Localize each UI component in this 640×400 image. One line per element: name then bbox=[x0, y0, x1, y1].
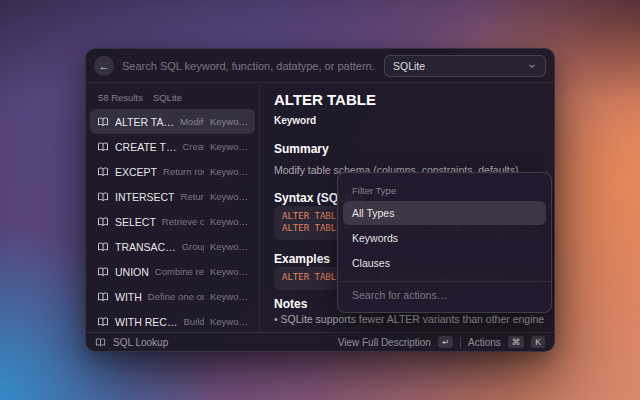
item-name: ALTER TA… bbox=[115, 116, 174, 128]
popup-item-label: Clauses bbox=[352, 257, 390, 269]
results-count: 58 Results bbox=[98, 92, 143, 103]
item-category: Keywo… bbox=[210, 141, 248, 152]
back-button[interactable]: ← bbox=[94, 56, 114, 76]
list-item[interactable]: WITH REC… Build rec… Keywo… bbox=[90, 309, 255, 332]
item-description: Build rec… bbox=[183, 316, 204, 327]
popup-item-label: All Types bbox=[352, 207, 394, 219]
item-category: Keywo… bbox=[210, 291, 248, 302]
chevron-down-icon bbox=[527, 61, 537, 71]
popup-item-keywords[interactable]: Keywords bbox=[343, 226, 546, 250]
k-key: K bbox=[531, 336, 545, 348]
enter-key: ↵ bbox=[438, 336, 453, 348]
list-item[interactable]: EXCEPT Return rows f… Keywo… bbox=[90, 159, 255, 184]
item-description: Modify ta… bbox=[180, 116, 204, 127]
list-item[interactable]: INTERSECT Return ro… Keywo… bbox=[90, 184, 255, 209]
cmd-key: ⌘ bbox=[508, 336, 525, 348]
book-icon bbox=[97, 191, 109, 203]
item-description: Define one or m… bbox=[148, 291, 204, 302]
popup-item-label: Keywords bbox=[352, 232, 398, 244]
list-item[interactable]: WITH Define one or m… Keywo… bbox=[90, 284, 255, 309]
list-item[interactable]: TRANSAC… Group st… Keywo… bbox=[90, 234, 255, 259]
book-icon bbox=[97, 241, 109, 253]
book-icon bbox=[97, 141, 109, 153]
database-select[interactable]: SQLite bbox=[384, 55, 546, 77]
book-icon bbox=[97, 316, 109, 328]
topbar: ← SQLite bbox=[86, 49, 554, 83]
actions-button[interactable]: Actions bbox=[468, 337, 501, 348]
list-item[interactable]: CREATE T… Create a… Keywo… bbox=[90, 134, 255, 159]
app-icon bbox=[95, 337, 106, 348]
database-select-value: SQLite bbox=[393, 60, 425, 72]
detail-title: ALTER TABLE bbox=[274, 91, 376, 108]
item-name: INTERSECT bbox=[115, 191, 175, 203]
item-category: Keywo… bbox=[210, 116, 248, 127]
popup-item-all-types[interactable]: All Types bbox=[343, 201, 546, 225]
book-icon bbox=[97, 216, 109, 228]
summary-heading: Summary bbox=[274, 142, 329, 156]
item-description: Return ro… bbox=[181, 191, 204, 202]
list-item[interactable]: ALTER TA… Modify ta… Keywo… bbox=[90, 109, 255, 134]
item-description: Group st… bbox=[182, 241, 204, 252]
back-arrow-icon: ← bbox=[99, 60, 110, 72]
list-item[interactable]: SELECT Retrieve colu… Keywo… bbox=[90, 209, 255, 234]
item-description: Retrieve colu… bbox=[162, 216, 204, 227]
results-scope: SQLite bbox=[153, 92, 182, 103]
notes-heading: Notes bbox=[274, 297, 307, 311]
results-header: 58 Results SQLite bbox=[86, 88, 259, 109]
item-category: Keywo… bbox=[210, 216, 248, 227]
sql-lookup-window: ← SQLite 58 Results SQLite ALTER TA… Mod… bbox=[85, 48, 555, 352]
item-name: UNION bbox=[115, 266, 149, 278]
examples-heading: Examples bbox=[274, 252, 330, 266]
item-name: SELECT bbox=[115, 216, 156, 228]
book-icon bbox=[97, 116, 109, 128]
item-name: CREATE T… bbox=[115, 141, 176, 153]
app-name: SQL Lookup bbox=[113, 337, 168, 348]
note-item: SQLite supports fewer ALTER variants tha… bbox=[274, 313, 544, 325]
results-panel: 58 Results SQLite ALTER TA… Modify ta… K… bbox=[86, 84, 260, 332]
item-name: WITH bbox=[115, 291, 142, 303]
search-input[interactable] bbox=[122, 60, 376, 72]
item-name: WITH REC… bbox=[115, 316, 177, 328]
item-category: Keywo… bbox=[210, 166, 248, 177]
item-description: Return rows f… bbox=[163, 166, 204, 177]
item-category: Keywo… bbox=[210, 191, 248, 202]
item-description: Create a… bbox=[182, 141, 204, 152]
detail-type-label: Keyword bbox=[274, 115, 316, 126]
filter-type-header: Filter Type bbox=[352, 185, 537, 196]
footer: SQL Lookup View Full Description ↵ Actio… bbox=[86, 332, 554, 351]
item-name: TRANSAC… bbox=[115, 241, 176, 253]
book-icon bbox=[97, 291, 109, 303]
item-category: Keywo… bbox=[210, 241, 248, 252]
view-full-description-button[interactable]: View Full Description bbox=[338, 337, 431, 348]
book-icon bbox=[97, 166, 109, 178]
desktop-background: ← SQLite 58 Results SQLite ALTER TA… Mod… bbox=[0, 0, 640, 400]
item-name: EXCEPT bbox=[115, 166, 157, 178]
item-description: Combine resul… bbox=[155, 266, 204, 277]
footer-divider bbox=[460, 337, 461, 348]
list-item[interactable]: UNION Combine resul… Keywo… bbox=[90, 259, 255, 284]
item-category: Keywo… bbox=[210, 266, 248, 277]
item-category: Keywo… bbox=[210, 316, 248, 327]
popup-item-clauses[interactable]: Clauses bbox=[343, 251, 546, 275]
book-icon bbox=[97, 266, 109, 278]
filter-type-popup: Filter Type All Types Keywords Clauses bbox=[337, 172, 552, 313]
actions-search-input[interactable] bbox=[352, 289, 537, 301]
